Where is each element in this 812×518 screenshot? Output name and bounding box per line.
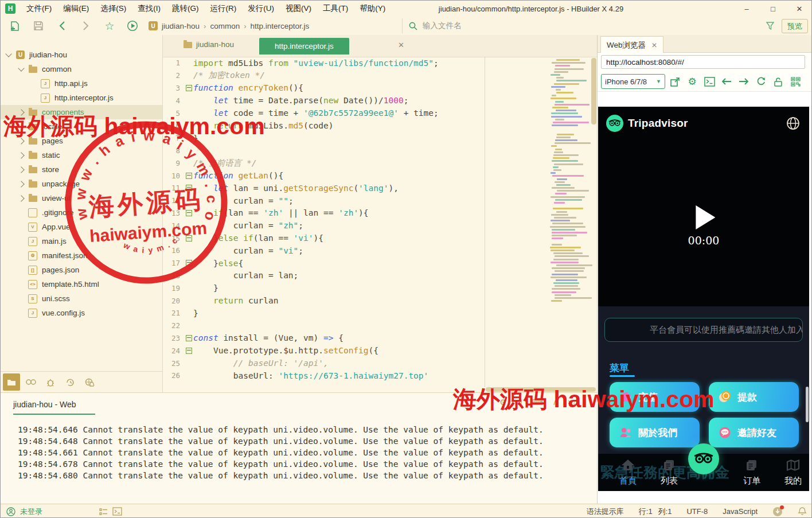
- tree-item-pages.json[interactable]: []pages.json: [1, 263, 162, 277]
- qr-code-icon[interactable]: [788, 74, 803, 89]
- video-play-button[interactable]: [696, 205, 715, 229]
- editor-project-label[interactable]: jiudian-hou: [184, 40, 234, 49]
- encoding-label[interactable]: UTF-8: [686, 507, 708, 516]
- nav-item-order[interactable]: 订单: [735, 458, 769, 486]
- open-external-browser-button[interactable]: [667, 74, 682, 89]
- nav-forward-button[interactable]: [736, 74, 751, 89]
- tree-item-template.h5.html[interactable]: <>template.h5.html: [1, 277, 162, 291]
- nav-back-button[interactable]: [719, 74, 734, 89]
- editor-vertical-scrollbar[interactable]: [591, 58, 596, 124]
- webview-tab-close-icon[interactable]: ✕: [651, 41, 657, 49]
- menu-item-5[interactable]: 运行(R): [205, 1, 243, 17]
- file-search-input[interactable]: 输入文件名: [402, 18, 761, 33]
- language-label[interactable]: JavaScript: [723, 507, 758, 516]
- breadcrumb-item-2[interactable]: http.interceptor.js: [251, 22, 310, 30]
- debug-panel-button[interactable]: [42, 373, 59, 391]
- breadcrumb-item-1[interactable]: common: [210, 22, 240, 30]
- device-select[interactable]: iPhone 6/7/8 ▼: [601, 74, 665, 89]
- fold-marker[interactable]: [185, 173, 193, 179]
- invite-code-input[interactable]: 平台會員可以使用推薦碼邀請其他人加入: [604, 318, 803, 342]
- history-panel-button[interactable]: [61, 373, 79, 391]
- fold-marker[interactable]: [185, 335, 193, 341]
- menu-item-8[interactable]: 工具(T): [317, 1, 354, 17]
- refresh-button[interactable]: [754, 74, 768, 89]
- tree-item-store[interactable]: store: [1, 162, 162, 177]
- menu-button-3[interactable]: 邀請好友: [709, 418, 799, 447]
- preview-button[interactable]: 预览: [782, 19, 808, 33]
- lock-icon[interactable]: [771, 74, 786, 89]
- tree-item-http.interceptor.js[interactable]: Jhttp.interceptor.js: [1, 91, 162, 105]
- console-settings-icon[interactable]: ⚙: [499, 398, 507, 407]
- tree-item-uview-ui[interactable]: uview-ui: [1, 191, 162, 205]
- nav-item-home[interactable]: 首頁: [611, 458, 645, 486]
- console-close-icon[interactable]: ×↓: [568, 398, 576, 407]
- nav-item-list[interactable]: 列表: [652, 458, 686, 486]
- tab-close-icon[interactable]: ✕: [398, 41, 404, 49]
- center-owl-button[interactable]: [688, 443, 719, 474]
- menu-button-0[interactable]: 充值: [610, 382, 700, 412]
- fold-marker[interactable]: [185, 210, 193, 216]
- editor-tab-active[interactable]: http.interceptor.js: [259, 38, 349, 54]
- favorite-star-button[interactable]: ☆: [103, 19, 116, 33]
- code-area[interactable]: 1import md5Libs from "uview-ui/libs/func…: [163, 57, 597, 387]
- update-icon[interactable]: [772, 507, 783, 517]
- tree-item-uni.scss[interactable]: Suni.scss: [1, 291, 162, 306]
- breadcrumb-item-0[interactable]: jiudian-hou: [162, 22, 200, 30]
- tree-item-main.js[interactable]: Jmain.js: [1, 234, 162, 248]
- fold-marker[interactable]: [185, 348, 193, 354]
- forward-button[interactable]: [79, 19, 92, 33]
- menu-item-7[interactable]: 视图(V): [280, 1, 317, 17]
- tree-item-jiudian-hou[interactable]: Ujiudian-hou: [1, 48, 162, 62]
- close-button[interactable]: ✕: [786, 1, 812, 17]
- tree-item-locale[interactable]: locale: [1, 119, 162, 134]
- nav-item-mine[interactable]: 我的: [776, 458, 809, 486]
- menu-item-6[interactable]: 发行(U): [242, 1, 280, 17]
- back-button[interactable]: [56, 19, 69, 33]
- search-panel-button[interactable]: [22, 373, 40, 391]
- run-button[interactable]: [126, 19, 139, 33]
- cloud-panel-button[interactable]: [81, 373, 98, 391]
- url-input[interactable]: http://localhost:8080/#/: [601, 55, 805, 69]
- console-terminal-icon[interactable]: ⌨: [532, 398, 543, 407]
- fold-marker[interactable]: [185, 235, 193, 242]
- bell-icon[interactable]: [798, 507, 807, 516]
- tree-item-App.vue[interactable]: VApp.vue: [1, 220, 162, 234]
- terminal-icon[interactable]: [112, 507, 122, 516]
- menu-item-1[interactable]: 编辑(E): [57, 1, 95, 17]
- tree-item-http.api.js[interactable]: Jhttp.api.js: [1, 76, 162, 91]
- webview-settings-icon[interactable]: ⚙: [685, 74, 700, 89]
- maximize-button[interactable]: □: [760, 1, 786, 17]
- tree-item-common[interactable]: common: [1, 62, 162, 76]
- webview-console-button[interactable]: [702, 74, 717, 89]
- editor-horizontal-scrollbar[interactable]: [486, 387, 596, 392]
- console-tab[interactable]: jiudian-hou - Web: [13, 400, 76, 409]
- fold-marker[interactable]: [185, 185, 193, 191]
- webview-tab[interactable]: Web浏览器 ✕: [600, 36, 663, 53]
- minimap[interactable]: [550, 59, 590, 303]
- tree-item-manifest.json[interactable]: ⚙manifest.json: [1, 248, 162, 263]
- tree-item-pages[interactable]: pages: [1, 134, 162, 148]
- tree-item-components[interactable]: components: [1, 105, 162, 119]
- menu-item-3[interactable]: 查找(I): [132, 1, 166, 17]
- save-button[interactable]: [32, 19, 45, 33]
- tree-item-vue.config.js[interactable]: Jvue.config.js: [1, 306, 162, 320]
- console-collapse-icon[interactable]: ∧: [553, 398, 559, 407]
- menu-button-2[interactable]: 關於我們: [610, 418, 700, 447]
- syntax-lib-label[interactable]: 语法提示库: [587, 507, 624, 517]
- language-globe-icon[interactable]: [786, 116, 800, 133]
- menu-item-0[interactable]: 文件(F): [21, 1, 57, 17]
- console-clear-icon[interactable]: ⊡: [516, 398, 523, 407]
- fold-marker[interactable]: [185, 260, 193, 266]
- menu-item-4[interactable]: 跳转(G): [166, 1, 205, 17]
- login-status[interactable]: 未登录: [20, 507, 42, 517]
- outline-list-icon[interactable]: [99, 508, 108, 516]
- minimize-button[interactable]: –: [733, 1, 760, 17]
- menu-item-2[interactable]: 选择(S): [95, 1, 132, 17]
- filter-icon[interactable]: [763, 19, 777, 33]
- fold-marker[interactable]: [185, 85, 193, 91]
- menu-item-9[interactable]: 帮助(Y): [354, 1, 391, 17]
- breadcrumb[interactable]: U jiudian-hou›common›http.interceptor.js: [149, 19, 309, 33]
- page-scrollbar[interactable]: [806, 387, 809, 422]
- menu-button-1[interactable]: 提款: [709, 382, 799, 412]
- files-panel-button[interactable]: [3, 373, 20, 391]
